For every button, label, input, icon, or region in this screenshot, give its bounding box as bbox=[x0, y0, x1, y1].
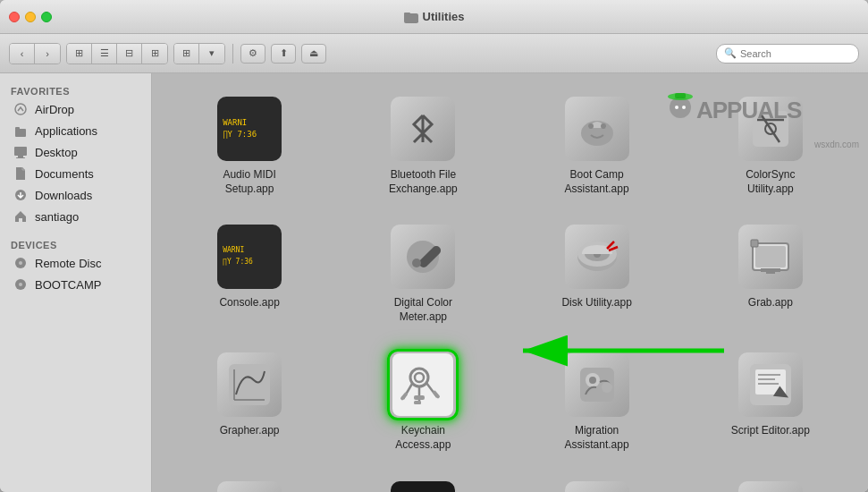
favorites-header: Favorites bbox=[0, 81, 151, 98]
forward-button[interactable]: › bbox=[35, 44, 60, 64]
list-item[interactable]: Disk Utility.app bbox=[514, 216, 680, 329]
view-buttons: ⊞ ☰ ⊟ ⊞ bbox=[66, 43, 168, 64]
sidebar-item-applications[interactable]: Applications bbox=[4, 120, 147, 141]
migration-label: MigrationAssistant.app bbox=[565, 424, 629, 452]
system-info-wrapper bbox=[214, 478, 285, 492]
disk-utility-label: Disk Utility.app bbox=[561, 296, 631, 310]
search-box[interactable]: 🔍 bbox=[716, 44, 859, 64]
folder-icon bbox=[404, 10, 418, 24]
svg-point-15 bbox=[601, 123, 606, 129]
digital-color-icon bbox=[391, 225, 455, 289]
list-item[interactable]: $ _ Terminal.app bbox=[340, 472, 506, 492]
watermark: APPUALS wsxdn.com bbox=[662, 82, 859, 149]
svg-rect-5 bbox=[14, 147, 27, 156]
watermark-sub: wsxdn.com bbox=[662, 140, 859, 149]
sidebar-item-santiago[interactable]: santiago bbox=[4, 206, 147, 227]
script-editor-wrapper bbox=[735, 349, 806, 420]
list-item[interactable]: Digital ColorMeter.app bbox=[340, 216, 506, 329]
colorsync-label: ColorSyncUtility.app bbox=[746, 168, 795, 196]
svg-point-14 bbox=[588, 123, 594, 129]
svg-rect-3 bbox=[15, 129, 26, 137]
share-button[interactable]: ⬆ bbox=[271, 44, 296, 64]
terminal-wrapper: $ _ bbox=[387, 478, 459, 492]
terminal-icon: $ _ bbox=[391, 481, 455, 492]
list-item[interactable]: Script Editor.app bbox=[687, 344, 854, 457]
coverflow-view-button[interactable]: ⊞ bbox=[142, 44, 167, 64]
svg-rect-6 bbox=[18, 156, 23, 157]
sidebar-item-bootcamp[interactable]: BOOTCAMP bbox=[4, 274, 147, 295]
list-item[interactable]: X X11.app bbox=[687, 472, 854, 492]
list-item[interactable]: Grab.app bbox=[687, 216, 854, 329]
list-item[interactable]: MigrationAssistant.app bbox=[514, 344, 680, 457]
keychain-icon bbox=[392, 353, 453, 416]
audio-midi-label: Audio MIDISetup.app bbox=[223, 168, 275, 196]
svg-rect-32 bbox=[229, 364, 270, 405]
sidebar-item-downloads[interactable]: Downloads bbox=[4, 184, 147, 206]
grapher-wrapper bbox=[214, 349, 285, 420]
main-content: Favorites AirDrop Applications Desktop bbox=[0, 73, 868, 492]
column-view-button[interactable]: ⊟ bbox=[117, 44, 142, 64]
list-item[interactable]: VoiceOverUtility.app bbox=[514, 472, 680, 492]
action-button[interactable]: ⚙ bbox=[240, 44, 265, 64]
devices-header: Devices bbox=[0, 234, 151, 252]
migration-icon bbox=[565, 352, 629, 417]
keychain-access-item[interactable]: KeychainAccess.app bbox=[340, 344, 506, 457]
airdrop-icon bbox=[13, 101, 29, 117]
remote-disc-label: Remote Disc bbox=[35, 257, 101, 270]
console-label: Console.app bbox=[219, 296, 279, 310]
applications-icon bbox=[13, 123, 29, 139]
downloads-label: Downloads bbox=[35, 189, 92, 202]
list-item[interactable]: Bluetooth FileExchange.app bbox=[340, 88, 506, 201]
sidebar-item-desktop[interactable]: Desktop bbox=[4, 141, 147, 163]
search-icon: 🔍 bbox=[724, 47, 737, 59]
bluetooth-icon-wrapper bbox=[387, 93, 459, 165]
eject-button[interactable]: ⏏ bbox=[301, 44, 326, 64]
svg-point-12 bbox=[19, 283, 22, 286]
search-input[interactable] bbox=[740, 48, 851, 59]
sidebar-item-airdrop[interactable]: AirDrop bbox=[4, 98, 147, 120]
traffic-lights bbox=[9, 12, 52, 22]
home-icon bbox=[13, 208, 29, 225]
close-button[interactable] bbox=[9, 12, 20, 22]
svg-rect-1 bbox=[404, 13, 410, 15]
list-item[interactable]: WARNI ∏Y 7:36 Audio MIDISetup.app bbox=[166, 88, 333, 201]
icon-view-button[interactable]: ⊞ bbox=[67, 44, 92, 64]
desktop-label: Desktop bbox=[35, 146, 78, 159]
svg-point-46 bbox=[589, 377, 596, 384]
titlebar: Utilities bbox=[0, 0, 868, 34]
grapher-label: Grapher.app bbox=[220, 424, 280, 438]
bootcamp-icon bbox=[13, 276, 29, 293]
documents-icon bbox=[13, 165, 29, 182]
bootcamp-assist-wrapper bbox=[561, 93, 633, 165]
minimize-button[interactable] bbox=[25, 12, 36, 22]
list-view-button[interactable]: ☰ bbox=[92, 44, 117, 64]
nav-buttons: ‹ › bbox=[9, 43, 61, 64]
maximize-button[interactable] bbox=[41, 12, 52, 22]
finder-window: Utilities ‹ › ⊞ ☰ ⊟ ⊞ ⊞ ▾ ⚙ ⬆ ⏏ 🔍 Favori bbox=[0, 0, 868, 492]
arrange-dropdown[interactable]: ▾ bbox=[199, 44, 224, 64]
x11-wrapper: X bbox=[735, 478, 806, 492]
svg-point-36 bbox=[415, 373, 424, 382]
list-item[interactable]: SystemInformation.app bbox=[166, 472, 333, 492]
svg-rect-38 bbox=[414, 395, 425, 400]
arrange-button-group: ⊞ ▾ bbox=[173, 43, 225, 64]
svg-point-75 bbox=[675, 106, 678, 109]
svg-rect-39 bbox=[414, 401, 421, 404]
arrange-button[interactable]: ⊞ bbox=[174, 44, 199, 64]
keychain-icon-wrapper bbox=[387, 349, 459, 420]
sidebar-item-remote-disc[interactable]: Remote Disc bbox=[4, 252, 147, 274]
bootcamp-assist-icon bbox=[565, 97, 629, 161]
sidebar-item-documents[interactable]: Documents bbox=[4, 163, 147, 184]
list-item[interactable]: WARNI ∏Y 7:36 Console.app bbox=[166, 216, 333, 329]
voiceover-icon bbox=[565, 481, 629, 492]
svg-rect-74 bbox=[675, 93, 686, 98]
list-item[interactable]: Boot CampAssistant.app bbox=[514, 88, 680, 201]
list-item[interactable]: Grapher.app bbox=[166, 344, 333, 457]
svg-rect-31 bbox=[751, 240, 758, 247]
svg-point-76 bbox=[682, 106, 686, 109]
digital-color-wrapper bbox=[387, 221, 459, 293]
script-editor-icon bbox=[738, 352, 803, 417]
window-title: Utilities bbox=[404, 10, 465, 24]
back-button[interactable]: ‹ bbox=[10, 44, 35, 64]
svg-rect-4 bbox=[15, 127, 20, 130]
